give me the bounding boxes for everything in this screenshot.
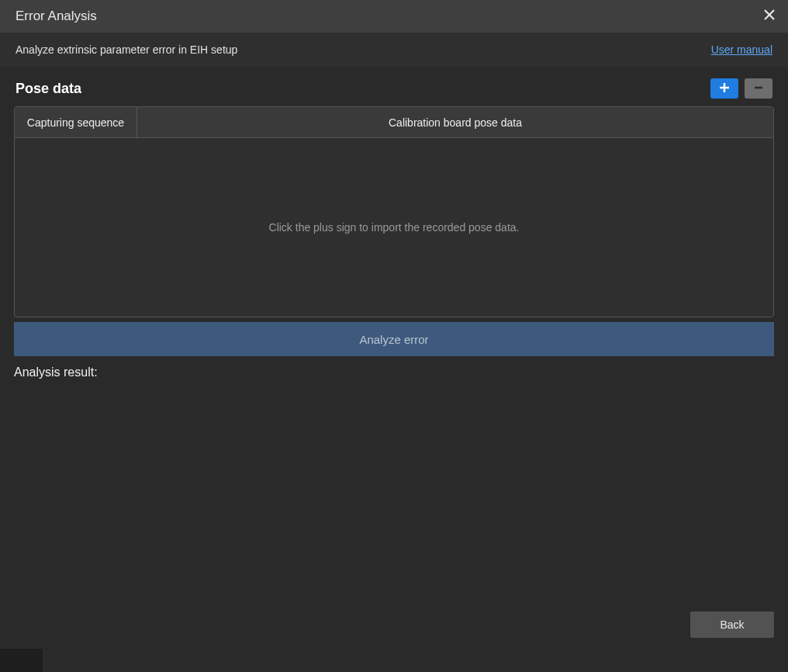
remove-pose-button[interactable] [745,78,772,99]
add-pose-button[interactable] [710,78,738,99]
pose-data-table: Capturing sequence Calibration board pos… [14,106,774,317]
analysis-result-area [14,379,774,592]
plus-icon [719,82,730,95]
column-header-sequence[interactable]: Capturing sequence [15,107,137,137]
analyze-error-button[interactable]: Analyze error [14,322,774,356]
user-manual-link[interactable]: User manual [711,43,772,56]
minus-icon [753,82,764,95]
pose-data-title: Pose data [16,81,81,97]
close-icon [764,9,775,23]
back-button[interactable]: Back [690,611,774,638]
background-area [43,649,788,672]
subheader-description: Analyze extrinsic parameter error in EIH… [16,43,237,56]
empty-state-message: Click the plus sign to import the record… [269,221,520,234]
column-header-calibration[interactable]: Calibration board pose data [137,107,773,137]
analysis-result-label: Analysis result: [14,365,774,379]
window-title: Error Analysis [16,9,97,24]
close-button[interactable] [760,7,779,26]
